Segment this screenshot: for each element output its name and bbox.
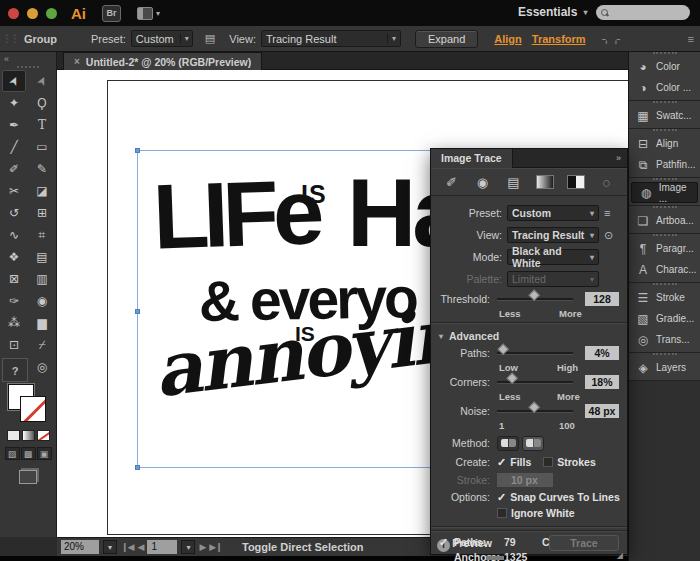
blend-tool[interactable]: ◉ [30,290,54,312]
slice-tool[interactable]: ⌿ [30,334,54,356]
image-trace-panel-tab[interactable]: Image Trace [431,149,513,168]
fills-checkbox[interactable]: ✓Fills [497,456,531,469]
dock-item-align[interactable]: ⊟Align [629,133,700,154]
document-tab[interactable]: × Untitled-2* @ 20% (RGB/Preview) [63,52,262,70]
noise-value[interactable]: 48 px [585,404,619,418]
last-page-icon[interactable]: ▶❙ [209,542,221,552]
method-abutting-button[interactable] [497,436,519,451]
paths-slider-handle[interactable] [497,343,508,354]
preset-dropdown[interactable]: Custom ▾ [131,30,193,47]
corners-value[interactable]: 18% [585,375,619,389]
pencil-tool[interactable]: ✎ [30,158,54,180]
next-page-icon[interactable]: ▶ [199,542,205,552]
mesh-tool[interactable]: ▤ [30,246,54,268]
low-color-preset-icon[interactable]: ▤ [505,175,523,189]
dock-item-swatches[interactable]: ▦Swatc... [629,105,700,126]
expand-button[interactable]: Expand [415,30,478,48]
threshold-value[interactable]: 128 [585,292,619,306]
eyedropper-tool[interactable]: ✑ [2,290,26,312]
isolate-object-icon[interactable]: ⌍⌌ [602,32,621,46]
tools-drag-grip[interactable] [17,66,39,68]
selection-tool[interactable]: ➤ [2,70,26,92]
zoom-level-input[interactable]: 20% [61,540,99,554]
corners-slider-handle[interactable] [506,372,517,383]
dock-item-paragraph[interactable]: ¶Paragr... [629,238,700,259]
rotate-tool[interactable]: ↺ [2,202,26,224]
color-button[interactable] [7,430,20,441]
symbol-sprayer-tool[interactable]: ⁂ [2,312,26,334]
close-tab-icon[interactable]: × [74,56,80,67]
dock-item-artboards[interactable]: ❏Artboa... [629,210,700,231]
dock-item-image-trace[interactable]: ◍Image ... [631,182,698,203]
grayscale-preset-icon[interactable] [536,175,554,189]
line-segment-tool[interactable]: ╱ [2,136,26,158]
view-dropdown[interactable]: Tracing Result ▾ [261,30,401,47]
prev-page-icon[interactable]: ◀ [137,542,143,552]
method-overlapping-button[interactable] [522,436,544,451]
dock-item-gradient[interactable]: ▧Gradie... [629,308,700,329]
selection-handle[interactable] [135,465,140,470]
none-button[interactable] [37,430,50,441]
dock-item-transparency[interactable]: ◎Trans... [629,329,700,350]
preview-checkbox[interactable]: ✓Preview [439,536,492,549]
collapse-tools-icon[interactable]: « [4,54,9,64]
preset-dropdown[interactable]: Custom▾ [507,205,599,221]
draw-inside-mode-button[interactable]: ▣ [37,447,52,460]
gradient-button[interactable] [22,430,35,441]
control-bar-grip[interactable]: ⋮⋮ [2,33,18,44]
eraser-tool[interactable]: ◪ [30,180,54,202]
resize-grip-icon[interactable]: ◢ [617,551,623,560]
selection-handle[interactable] [135,148,140,153]
threshold-slider[interactable] [497,298,573,301]
stroke-swatch[interactable] [20,396,46,422]
auto-color-preset-icon[interactable]: ✐ [443,175,461,189]
column-graph-tool[interactable]: ▆ [30,312,54,334]
trace-button[interactable]: Trace [549,535,619,551]
paths-slider[interactable] [497,352,573,355]
type-tool[interactable]: T [30,114,54,136]
black-and-white-preset-icon[interactable] [567,175,585,189]
screen-mode-button[interactable] [19,470,37,484]
fill-stroke-control[interactable]: ? [8,384,48,424]
zoom-dropdown-caret-icon[interactable]: ▾ [103,540,117,554]
eye-icon[interactable]: ⊙ [604,229,613,242]
free-transform-tool[interactable]: ⊞ [30,202,54,224]
align-link[interactable]: Align [494,33,522,45]
first-page-icon[interactable]: ❙◀ [121,542,133,552]
maximize-window-button[interactable] [46,8,57,19]
collapse-panel-icon[interactable]: » [616,153,621,163]
artboard-dropdown-caret-icon[interactable]: ▾ [181,540,195,554]
high-color-preset-icon[interactable]: ◉ [474,175,492,189]
arrange-documents-button[interactable]: ▾ [137,7,160,20]
artboard-tool[interactable]: ⊡ [2,334,26,356]
symbol-tool[interactable]: ⊠ [2,268,26,290]
selection-handle[interactable] [135,309,140,314]
dock-item-stroke[interactable]: ☰Stroke [629,287,700,308]
dock-item-pathfinder[interactable]: ⧉Pathfin... [629,154,700,175]
advanced-section-toggle[interactable]: ▾ Advanced [431,327,627,344]
ignore-white-checkbox[interactable]: Ignore White [497,507,575,519]
trace-options-icon[interactable]: ▤ [205,32,215,45]
graph-tool[interactable]: ▥ [30,268,54,290]
draw-behind-mode-button[interactable]: ▩ [21,447,36,460]
zoom-tool[interactable]: ◎ [30,356,54,378]
close-window-button[interactable] [8,8,19,19]
horizontal-scrollbar-thumb[interactable] [486,556,504,560]
pen-tool[interactable]: ✒ [2,114,26,136]
artboard-number-input[interactable]: 1 [147,540,177,554]
magic-wand-tool[interactable]: ✦ [2,92,26,114]
snap-curves-checkbox[interactable]: ✓Snap Curves To Lines [497,491,620,504]
dock-item-character[interactable]: ACharac... [629,259,700,280]
control-panel-menu-icon[interactable]: ≡ [688,33,694,45]
view-dropdown[interactable]: Tracing Result▾ [507,227,599,243]
workspace-switcher[interactable]: Essentials ▾ [518,5,587,19]
transform-link[interactable]: Transform [532,33,586,45]
noise-slider[interactable] [497,410,573,413]
strokes-checkbox[interactable]: Strokes [543,456,596,468]
lasso-tool[interactable]: Ϙ [30,92,54,114]
paths-value[interactable]: 4% [585,346,619,360]
paintbrush-tool[interactable]: ✐ [2,158,26,180]
scissors-tool[interactable]: ✂ [2,180,26,202]
noise-slider-handle[interactable] [528,401,539,412]
bridge-button[interactable]: Br [102,5,121,22]
